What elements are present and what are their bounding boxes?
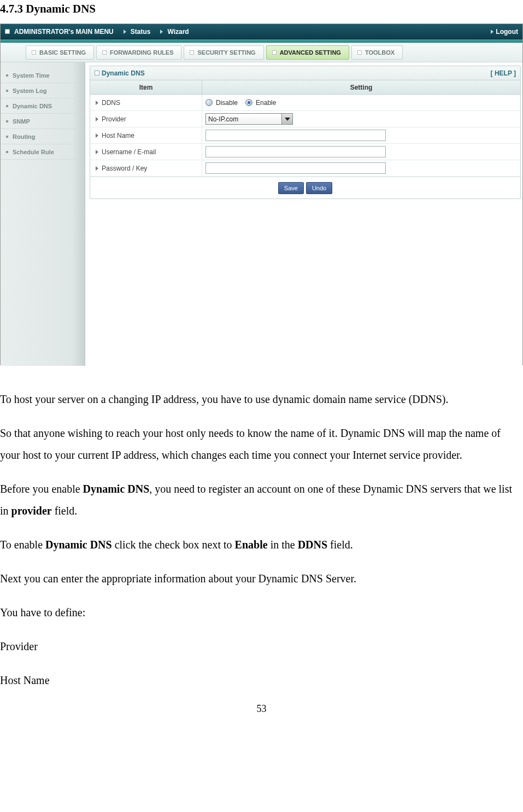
label-hostname: Host Name (102, 132, 134, 139)
row-ddns: DDNS Disable Enable (90, 95, 520, 111)
sidebar-item-system-log[interactable]: System Log (1, 83, 85, 98)
dynamic-dns-panel: Dynamic DNS [ HELP ] Item Setting DDNS D… (90, 66, 521, 199)
dropdown-button[interactable] (281, 114, 292, 124)
radio-enable-label: Enable (256, 99, 276, 107)
help-link[interactable]: [ HELP ] (491, 69, 516, 77)
nav-wizard-link[interactable]: Wizard (167, 28, 189, 36)
label-username: Username / E-mail (102, 148, 156, 156)
arrow-right-icon (124, 30, 126, 34)
hostname-input[interactable] (205, 130, 386, 141)
sidebar-item-dynamic-dns[interactable]: Dynamic DNS (1, 98, 85, 114)
top-nav-bar: ADMINISTRATOR's MAIN MENU Status Wizard … (1, 24, 522, 39)
paragraph: To host your server on a changing IP add… (0, 388, 523, 410)
bullet-icon (6, 151, 8, 153)
paragraph: To enable Dynamic DNS click the check bo… (0, 534, 523, 556)
bullet-icon (6, 74, 8, 77)
col-header-setting: Setting (202, 80, 520, 94)
paragraph: Provider (0, 635, 523, 657)
nav-status-link[interactable]: Status (131, 28, 151, 36)
router-admin-screenshot: ADMINISTRATOR's MAIN MENU Status Wizard … (0, 24, 523, 365)
provider-select-value: No-IP.com (208, 115, 238, 123)
undo-button[interactable]: Undo (306, 182, 332, 194)
tab-advanced-setting[interactable]: ADVANCED SETTING (266, 45, 349, 60)
row-username: Username / E-mail (90, 144, 520, 160)
main-tab-bar: BASIC SETTING FORWARDING RULES SECURITY … (1, 43, 522, 62)
tab-icon (190, 50, 194, 55)
panel-icon (95, 71, 99, 75)
tab-basic-setting[interactable]: BASIC SETTING (26, 45, 94, 60)
tab-icon (357, 50, 362, 55)
save-button[interactable]: Save (278, 182, 304, 194)
triangle-icon (96, 117, 98, 121)
label-password: Password / Key (102, 165, 147, 172)
tab-icon (272, 50, 277, 55)
paragraph: Before you enable Dynamic DNS, you need … (0, 478, 523, 522)
table-header-row: Item Setting (90, 80, 520, 95)
admin-menu-title: ADMINISTRATOR's MAIN MENU (14, 28, 114, 36)
radio-disable[interactable] (205, 99, 213, 106)
tab-icon (102, 50, 107, 55)
page-number: 53 (0, 703, 523, 715)
section-heading: 4.7.3 Dynamic DNS (0, 0, 523, 24)
button-row: Save Undo (90, 177, 520, 198)
nav-logout-link[interactable]: Logout (496, 28, 518, 36)
paragraph: So that anyone wishing to reach your hos… (0, 422, 523, 466)
bullet-icon (6, 90, 8, 92)
bullet-icon (6, 120, 8, 122)
content-area: Dynamic DNS [ HELP ] Item Setting DDNS D… (85, 62, 522, 366)
triangle-icon (96, 150, 98, 154)
label-provider: Provider (102, 115, 126, 123)
radio-enable[interactable] (245, 99, 252, 106)
sidebar-item-system-time[interactable]: System Time (1, 68, 85, 83)
paragraph: Host Name (0, 669, 523, 691)
tab-icon (32, 50, 36, 55)
sidebar-item-schedule-rule[interactable]: Schedule Rule (1, 144, 85, 160)
password-input[interactable] (205, 162, 386, 174)
tab-toolbox[interactable]: TOOLBOX (351, 45, 403, 60)
triangle-icon (96, 166, 98, 171)
chevron-down-icon (285, 118, 290, 121)
arrow-right-icon (160, 30, 163, 34)
provider-select[interactable]: No-IP.com (205, 113, 293, 125)
username-input[interactable] (205, 146, 386, 157)
sidebar-item-snmp[interactable]: SNMP (1, 114, 85, 129)
triangle-icon (96, 133, 98, 138)
row-password: Password / Key (90, 160, 520, 177)
row-provider: Provider No-IP.com (90, 111, 520, 127)
paragraph: Next you can enter the appropriate infor… (0, 568, 523, 589)
bullet-icon (6, 136, 8, 138)
tab-forwarding-rules[interactable]: FORWARDING RULES (96, 45, 182, 60)
col-header-item: Item (90, 80, 202, 94)
arrow-right-icon (491, 30, 493, 34)
tab-security-setting[interactable]: SECURITY SETTING (184, 45, 263, 60)
document-body-text: To host your server on a changing IP add… (0, 388, 523, 691)
row-hostname: Host Name (90, 127, 520, 144)
sidebar-item-routing[interactable]: Routing (1, 129, 85, 144)
menu-icon (5, 29, 10, 34)
radio-disable-label: Disable (216, 99, 238, 107)
panel-title: Dynamic DNS (102, 69, 145, 77)
sidebar-nav: System Time System Log Dynamic DNS SNMP … (1, 62, 85, 366)
paragraph: You have to define: (0, 601, 523, 623)
triangle-icon (96, 101, 98, 105)
label-ddns: DDNS (102, 99, 120, 107)
bullet-icon (6, 105, 8, 107)
